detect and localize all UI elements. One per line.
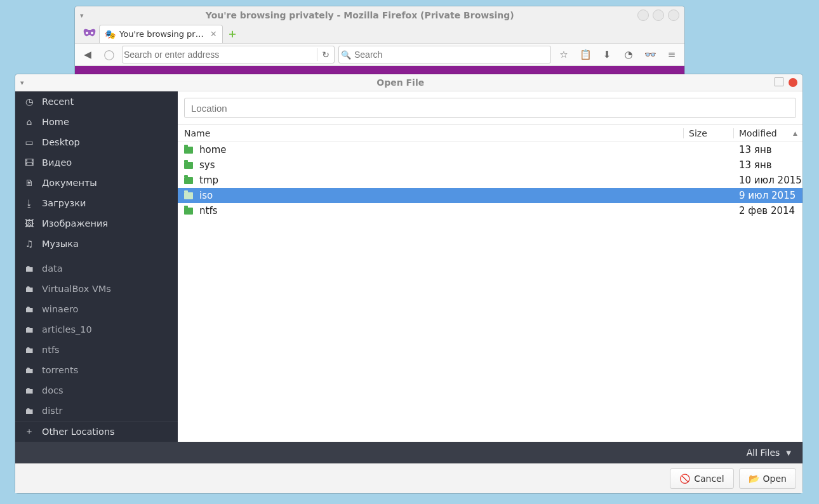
sidebar-item-label: Документы — [42, 178, 97, 188]
plus-icon: ＋ — [24, 426, 34, 437]
sidebar-place-desktop[interactable]: ▭Desktop — [15, 132, 178, 152]
sidebar-bookmark-virtualbox-vms[interactable]: 🖿VirtualBox VMs — [15, 279, 178, 299]
column-name[interactable]: Name — [178, 128, 683, 138]
file-row[interactable]: ntfs2 фев 2014 — [178, 203, 802, 218]
sidebar-item-label: distr — [42, 406, 62, 416]
sidebar-item-label: data — [42, 263, 63, 274]
cancel-button[interactable]: 🚫 Cancel — [670, 468, 733, 489]
downloads-icon[interactable]: ⬇ — [598, 46, 616, 63]
folder-icon: 🖿 — [24, 263, 34, 274]
file-modified: 13 янв — [739, 144, 802, 156]
dialog-menu-caret-icon[interactable]: ▾ — [20, 79, 24, 87]
sidebar-bookmark-distr[interactable]: 🖿distr — [15, 401, 178, 421]
mask-toolbar-icon[interactable]: 👓 — [641, 46, 659, 63]
dialog-maximize-icon[interactable] — [775, 77, 783, 88]
pocket-icon[interactable]: ◔ — [620, 46, 637, 63]
tab-label: You're browsing pr… — [119, 29, 204, 39]
image-icon: 🖼 — [24, 218, 34, 229]
open-button[interactable]: 📂 Open — [739, 468, 796, 489]
column-modified[interactable]: Modified ▲ — [733, 128, 802, 138]
file-row[interactable]: tmp10 июл 2015 — [178, 173, 802, 188]
tab-private[interactable]: 🎭 You're browsing pr… ✕ — [99, 25, 223, 43]
file-filter-dropdown[interactable]: All Files ▼ — [742, 445, 796, 460]
file-modified: 13 янв — [739, 159, 802, 171]
folder-icon: 🖿 — [24, 365, 34, 375]
file-name: tmp — [199, 175, 218, 186]
folder-icon — [184, 208, 193, 215]
firefox-titlebar[interactable]: ▾ You're browsing privately - Mozilla Fi… — [75, 6, 684, 24]
sort-asc-icon: ▲ — [793, 130, 797, 136]
reload-icon[interactable]: ↻ — [317, 50, 334, 60]
sidebar-item-label: Desktop — [42, 137, 80, 147]
sidebar-place-загрузки[interactable]: ⭳Загрузки — [15, 193, 178, 213]
places-sidebar: ◷Recent⌂Home▭Desktop🎞Видео🗎Документы⭳Заг… — [15, 91, 178, 442]
sidebar-item-label: Изображения — [42, 218, 108, 229]
home-icon: ⌂ — [24, 117, 34, 127]
identity-icon[interactable]: ◯ — [100, 46, 118, 63]
sidebar-bookmark-ntfs[interactable]: 🖿ntfs — [15, 340, 178, 360]
sidebar-place-home[interactable]: ⌂Home — [15, 112, 178, 132]
sidebar-item-label: docs — [42, 385, 63, 395]
sidebar-bookmark-torrents[interactable]: 🖿torrents — [15, 360, 178, 380]
file-name: home — [199, 144, 227, 156]
nav-toolbar: ◀ ◯ ↻ 🔍 ☆ 📋 ⬇ ◔ 👓 ≡ — [75, 43, 684, 66]
dialog-titlebar[interactable]: ▾ Open File — [15, 74, 802, 91]
sidebar-place-музыка[interactable]: ♫Музыка — [15, 234, 178, 254]
download-icon: ⭳ — [24, 198, 34, 208]
url-bar[interactable]: ↻ — [122, 46, 335, 63]
cancel-label: Cancel — [694, 474, 724, 484]
sidebar-item-label: articles_10 — [42, 324, 92, 335]
file-row[interactable]: iso9 июл 2015 — [178, 188, 802, 203]
sidebar-item-label: VirtualBox VMs — [42, 284, 111, 294]
new-tab-button[interactable]: ＋ — [227, 26, 238, 41]
location-input[interactable] — [185, 103, 796, 114]
sidebar-bookmark-articles_10[interactable]: 🖿articles_10 — [15, 319, 178, 340]
maximize-icon[interactable] — [653, 10, 664, 21]
desktop-icon: ▭ — [24, 137, 34, 147]
cancel-icon: 🚫 — [679, 474, 690, 484]
close-icon[interactable] — [668, 10, 679, 21]
file-row[interactable]: sys13 янв — [178, 157, 802, 173]
sidebar-place-видео[interactable]: 🎞Видео — [15, 152, 178, 173]
search-bar[interactable]: 🔍 — [338, 46, 551, 63]
folder-icon: 🖿 — [24, 345, 34, 355]
sidebar-item-label: Recent — [42, 96, 74, 107]
file-name: ntfs — [199, 205, 217, 216]
sidebar-item-label: Видео — [42, 157, 72, 168]
sidebar-place-изображения[interactable]: 🖼Изображения — [15, 213, 178, 234]
sidebar-item-label: Home — [42, 117, 69, 127]
minimize-icon[interactable] — [637, 10, 649, 21]
sidebar-bookmark-data[interactable]: 🖿data — [15, 258, 178, 279]
hamburger-menu-icon[interactable]: ≡ — [663, 46, 681, 63]
location-bar[interactable] — [184, 98, 796, 118]
file-filter-label: All Files — [747, 448, 780, 458]
sidebar-place-recent[interactable]: ◷Recent — [15, 91, 178, 112]
sidebar-bookmark-winaero[interactable]: 🖿winaero — [15, 299, 178, 319]
file-modified: 10 июл 2015 — [739, 175, 802, 186]
tab-strip: 🎭 You're browsing pr… ✕ ＋ — [75, 24, 684, 43]
sidebar-other-locations[interactable]: ＋ Other Locations — [15, 421, 178, 442]
svg-point-1 — [91, 32, 93, 34]
chevron-down-icon: ▼ — [786, 449, 791, 456]
url-input[interactable] — [123, 49, 317, 60]
back-button[interactable]: ◀ — [79, 46, 97, 63]
dialog-close-icon[interactable] — [789, 78, 797, 87]
music-icon: ♫ — [24, 239, 34, 249]
filter-bar: All Files ▼ — [15, 442, 802, 463]
file-modified: 9 июл 2015 — [739, 190, 802, 201]
folder-icon: 🖿 — [24, 324, 34, 335]
window-menu-caret-icon[interactable]: ▾ — [80, 11, 84, 20]
doc-icon: 🗎 — [24, 178, 34, 188]
folder-icon — [184, 162, 193, 169]
file-rows[interactable]: home13 янвsys13 янвtmp10 июл 2015iso9 ию… — [178, 142, 802, 442]
clipboard-icon[interactable]: 📋 — [576, 46, 594, 63]
column-headers: Name Size Modified ▲ — [178, 125, 802, 142]
tab-close-icon[interactable]: ✕ — [210, 29, 217, 39]
file-name: iso — [199, 190, 213, 201]
file-row[interactable]: home13 янв — [178, 142, 802, 157]
sidebar-bookmark-docs[interactable]: 🖿docs — [15, 380, 178, 401]
column-size[interactable]: Size — [683, 128, 733, 138]
sidebar-place-документы[interactable]: 🗎Документы — [15, 173, 178, 193]
bookmark-star-icon[interactable]: ☆ — [555, 46, 573, 63]
search-input[interactable] — [353, 49, 550, 60]
